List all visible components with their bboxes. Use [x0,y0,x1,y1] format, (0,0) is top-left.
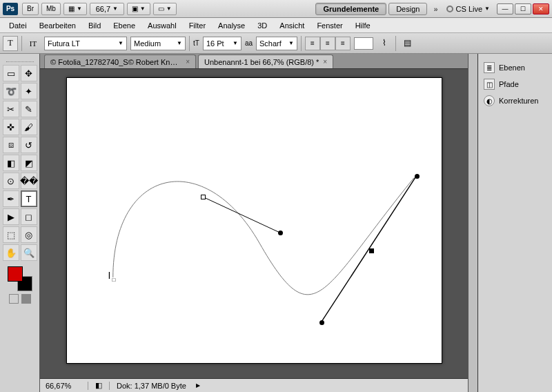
right-panel-group: ≣ Ebenen ◫ Pfade ◐ Korrekturen [477,54,552,392]
antialias-combo[interactable]: Scharf▼ [256,37,297,50]
tool-3d-camera[interactable]: ◎ [21,226,37,243]
anchor-point[interactable] [369,248,374,253]
font-family-combo[interactable]: Futura LT▼ [44,37,127,50]
tool-lasso[interactable]: ➰ [3,83,19,99]
font-size-value: 16 Pt [206,39,224,48]
menu-auswahl[interactable]: Auswahl [141,19,183,32]
menu-analyse[interactable]: Analyse [212,19,251,32]
doc-tab-1[interactable]: Unbenannt-1 bei 66,7% (RGB/8) * × [198,55,333,68]
align-left-button[interactable]: ≡ [305,37,320,50]
panel-korrekturen[interactable]: ◐ Korrekturen [478,92,552,109]
document-tab-row: © Fotolia_12782740_S© Robert Kneschke - … [40,54,468,69]
tool-history-brush[interactable]: ↺ [21,137,37,153]
layout-button[interactable]: ▦▼ [63,3,87,15]
bridge-button[interactable]: Br [22,3,39,15]
tool-zoom[interactable]: 🔍 [21,244,37,261]
tool-marquee[interactable]: ▭ [3,65,19,81]
maximize-button[interactable]: ☐ [515,3,531,14]
tool-preset-icon[interactable]: T [3,36,18,51]
doc-tab-0[interactable]: © Fotolia_12782740_S© Robert Kneschke - … [44,55,196,68]
layers-icon: ≣ [484,62,495,73]
workspace-design[interactable]: Design [388,3,427,15]
tool-crop[interactable]: ✂ [3,101,19,117]
svg-line-0 [203,197,280,233]
minibridge-button[interactable]: Mb [41,3,61,15]
tool-pen[interactable]: ✒ [3,190,19,207]
tool-eraser[interactable]: ◧ [3,155,19,171]
align-right-button[interactable]: ≡ [335,37,351,50]
tools-panel: ▭ ✥ ➰ ✦ ✂ ✎ ✜ 🖌 ⧇ ↺ ◧ ◩ ⊙ �� ✒ T ▶ ◻ ⬚ ◎ [0,54,40,392]
tool-hand[interactable]: ✋ [3,244,19,261]
workspace-more-icon[interactable]: » [429,5,442,13]
doc-tab-1-label: Unbenannt-1 bei 66,7% (RGB/8) * [204,58,319,66]
color-swatches[interactable] [8,266,32,291]
foreground-swatch[interactable] [8,266,23,282]
status-zoom[interactable]: 66,67% [40,382,88,390]
tool-wand[interactable]: ✦ [21,83,37,99]
tool-move[interactable]: ✥ [21,65,37,81]
close-button[interactable]: ✕ [533,3,549,14]
doc-tab-0-label: © Fotolia_12782740_S© Robert Kneschke - … [50,58,181,66]
menu-filter[interactable]: Filter [183,19,212,32]
menu-ansicht[interactable]: Ansicht [273,19,310,32]
zoom-level-combo[interactable]: 66,7▼ [90,3,124,15]
quickmask-icon[interactable] [21,294,31,304]
menu-fenster[interactable]: Fenster [310,19,348,32]
cs-live-label: CS Live [456,5,483,13]
text-cursor-icon: I□ [108,270,111,281]
tool-stamp[interactable]: ⧇ [3,137,19,153]
tool-dodge[interactable]: �� [21,173,37,189]
arrange-button[interactable]: ▣▼ [127,3,150,15]
font-style-value: Medium [134,39,161,48]
canvas[interactable]: I□ [66,77,442,364]
minimize-button[interactable]: — [497,3,513,14]
menu-bearbeiten[interactable]: Bearbeiten [33,19,82,32]
font-family-value: Futura LT [48,39,80,48]
handle-point[interactable] [415,174,420,179]
menu-ebene[interactable]: Ebene [107,19,141,32]
handle-point[interactable] [278,231,283,235]
warp-text-icon[interactable]: ⌇ [377,36,392,51]
tool-heal[interactable]: ✜ [3,119,19,135]
panel-ebenen[interactable]: ≣ Ebenen [478,59,552,76]
menu-datei[interactable]: Datei [3,19,33,32]
tools-handle[interactable] [6,57,34,62]
tool-shape[interactable]: ◻ [21,208,37,225]
canvas-area: I□ [40,69,468,378]
tool-3d[interactable]: ⬚ [3,226,19,243]
text-orientation-icon[interactable]: IT [26,36,41,51]
workspace-essentials[interactable]: Grundelemente [315,3,386,15]
status-doc-size[interactable]: Dok: 1,37 MB/0 Byte [109,382,193,390]
anchor-point[interactable] [201,195,206,199]
quickmask-row [9,294,31,304]
zoom-level-value: 66,7 [96,5,110,13]
character-panel-icon[interactable]: ▤ [400,36,415,51]
font-style-combo[interactable]: Medium▼ [130,37,186,50]
handle-point[interactable] [319,320,324,325]
default-colors-icon[interactable] [9,294,19,304]
doc-tab-0-close-icon[interactable]: × [186,58,190,66]
font-size-combo[interactable]: 16 Pt▼ [203,37,241,50]
screen-mode-button[interactable]: ▭▼ [153,3,177,15]
options-bar: T IT Futura LT▼ Medium▼ tT 16 Pt▼ aa Sch… [0,33,552,54]
panel-pfade[interactable]: ◫ Pfade [478,76,552,92]
menu-bild[interactable]: Bild [82,19,107,32]
doc-tab-1-close-icon[interactable]: × [323,58,327,66]
collapsed-panel-bar[interactable] [468,54,477,392]
align-center-button[interactable]: ≡ [320,37,335,50]
status-profile-icon[interactable]: ◧ [88,381,109,390]
text-color-swatch[interactable] [354,37,373,50]
status-flyout-icon[interactable]: ▶ [196,382,200,389]
tool-eyedropper[interactable]: ✎ [21,101,37,117]
panel-label: Korrekturen [499,97,538,105]
text-align-group: ≡ ≡ ≡ [305,37,351,50]
menu-3d[interactable]: 3D [251,19,273,32]
tool-gradient[interactable]: ◩ [21,155,37,171]
tool-brush[interactable]: 🖌 [21,119,37,135]
menu-hilfe[interactable]: Hilfe [349,19,377,32]
tool-path-select[interactable]: ▶ [3,208,19,225]
cs-live-button[interactable]: CS Live▼ [446,5,490,13]
tool-blur[interactable]: ⊙ [3,173,19,189]
tool-type[interactable]: T [21,190,37,207]
title-bar: Ps Br Mb ▦▼ 66,7▼ ▣▼ ▭▼ Grundelemente De… [0,0,552,18]
